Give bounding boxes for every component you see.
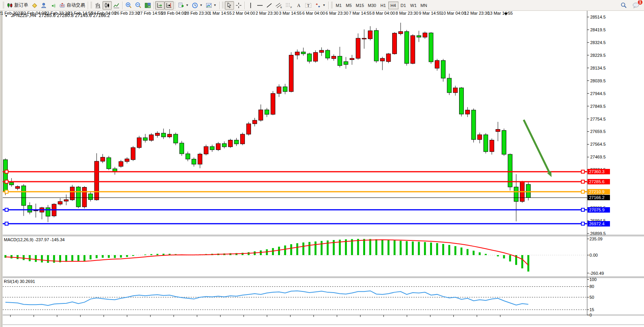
- toolbar-separator: [219, 2, 220, 9]
- market-watch-button[interactable]: [30, 1, 39, 10]
- candle: [386, 54, 391, 61]
- periods-button[interactable]: ▼: [190, 1, 204, 10]
- candle: [186, 154, 190, 159]
- vertical-line-button[interactable]: [246, 1, 255, 10]
- candle: [46, 208, 50, 216]
- one-click-trading-icon[interactable]: ▼: [5, 14, 8, 18]
- price-tag: 27360.3: [588, 169, 610, 174]
- toolbar-separator: [154, 2, 154, 9]
- candle: [149, 135, 154, 141]
- candle: [15, 186, 20, 188]
- price-tag: 27210.9: [588, 189, 610, 194]
- candle: [70, 187, 74, 200]
- fibonacci-icon: F: [285, 2, 292, 9]
- auto-trading-button[interactable]: 自动交易: [58, 1, 87, 10]
- candle: [3, 160, 8, 191]
- toolbar-grip[interactable]: [222, 2, 224, 9]
- crosshair-button[interactable]: [234, 1, 243, 10]
- line-handle[interactable]: [581, 208, 584, 211]
- timeframe-m30-button[interactable]: M30: [366, 2, 378, 9]
- arrow-annotation[interactable]: [524, 120, 550, 174]
- text-button[interactable]: A: [294, 1, 303, 10]
- timeframe-m1-button[interactable]: M1: [334, 2, 344, 9]
- horizontal-line-button[interactable]: [255, 1, 265, 10]
- candle: [331, 56, 336, 58]
- candle: [295, 52, 299, 55]
- candle: [453, 88, 458, 92]
- new-order-button[interactable]: 新订单: [5, 1, 30, 10]
- equidistant-channel-icon: E: [275, 2, 282, 9]
- timeframe-m5-button[interactable]: M5: [344, 2, 354, 9]
- candle: [174, 134, 178, 143]
- line-handle[interactable]: [5, 170, 8, 173]
- price-tag: 26972.4: [588, 221, 610, 227]
- zoom-out-button[interactable]: [133, 1, 143, 10]
- accounts-button[interactable]: [39, 1, 48, 10]
- candle: [374, 31, 378, 61]
- auto-scroll-icon: [157, 2, 163, 9]
- cursor-button[interactable]: [225, 1, 234, 10]
- candle: [228, 140, 232, 146]
- plot-surface[interactable]: [0, 11, 644, 327]
- new-order-label: 新订单: [14, 2, 28, 9]
- arrows-button[interactable]: ▼: [313, 1, 327, 10]
- line-handle[interactable]: [581, 170, 584, 173]
- line-handle[interactable]: [5, 208, 8, 211]
- timeframe-mn-button[interactable]: MN: [419, 2, 429, 9]
- candle: [192, 159, 196, 164]
- dropdown-caret-icon: ▼: [200, 3, 203, 7]
- candle: [76, 187, 80, 207]
- timeframe-m15-button[interactable]: M15: [354, 2, 366, 9]
- tile-windows-button[interactable]: [143, 1, 152, 10]
- line-handle[interactable]: [5, 190, 8, 193]
- signals-button[interactable]: [48, 1, 58, 10]
- candlestick-chart-button[interactable]: [102, 1, 112, 10]
- candle: [417, 36, 421, 37]
- fibonacci-button[interactable]: F: [284, 1, 294, 10]
- chart-canvas[interactable]: ▼ JPN225-,H4 27265.6 27280.8 27145.6 271…: [0, 11, 644, 327]
- candle: [125, 159, 129, 162]
- toolbar-grip[interactable]: [3, 2, 4, 9]
- toolbar-grip[interactable]: [331, 2, 333, 9]
- bar-chart-icon: [95, 2, 101, 9]
- bar-chart-button[interactable]: [93, 1, 102, 10]
- tile-windows-icon: [145, 2, 151, 9]
- svg-text:A: A: [297, 3, 301, 8]
- timeframe-w1-button[interactable]: W1: [408, 2, 419, 9]
- timeframe-d1-button[interactable]: D1: [398, 2, 408, 9]
- line-chart-button[interactable]: [112, 1, 121, 10]
- line-handle[interactable]: [5, 180, 8, 183]
- candle: [465, 110, 470, 114]
- candle: [496, 129, 500, 132]
- text-label-button[interactable]: T: [303, 1, 313, 10]
- line-handle[interactable]: [581, 190, 584, 193]
- trendline-button[interactable]: [265, 1, 274, 10]
- candle: [338, 56, 342, 65]
- candle: [460, 88, 464, 114]
- auto-trading-label: 自动交易: [67, 2, 85, 9]
- toolbar-separator: [175, 2, 175, 9]
- scroll-position-marker: [504, 13, 508, 15]
- line-handle[interactable]: [5, 222, 8, 225]
- templates-button[interactable]: ▼: [204, 1, 218, 10]
- cursor-icon: [226, 2, 232, 9]
- candle: [289, 55, 293, 92]
- toolbar-grip[interactable]: [91, 2, 92, 9]
- price-tag: 27075.9: [588, 207, 610, 213]
- notifications-button[interactable]: 1: [631, 1, 641, 10]
- chart-shift-button[interactable]: [164, 1, 174, 10]
- mt4-window: 新订单 自动交: [0, 0, 644, 327]
- chart-ohlc-values: 27265.6 27280.8 27145.6 27166.2: [39, 13, 110, 18]
- line-handle[interactable]: [581, 222, 584, 225]
- timeframe-h4-button[interactable]: H4: [388, 2, 398, 9]
- equidistant-channel-button[interactable]: E: [274, 1, 284, 10]
- line-handle[interactable]: [581, 180, 584, 183]
- new-chart-button[interactable]: ▼: [176, 1, 190, 10]
- zoom-in-button[interactable]: [124, 1, 133, 10]
- search-button[interactable]: [619, 1, 629, 10]
- auto-trading-icon: [59, 2, 65, 9]
- auto-scroll-button[interactable]: [155, 1, 164, 10]
- candle: [478, 135, 482, 140]
- crosshair-icon: [236, 2, 242, 9]
- timeframe-h1-button[interactable]: H1: [378, 2, 388, 9]
